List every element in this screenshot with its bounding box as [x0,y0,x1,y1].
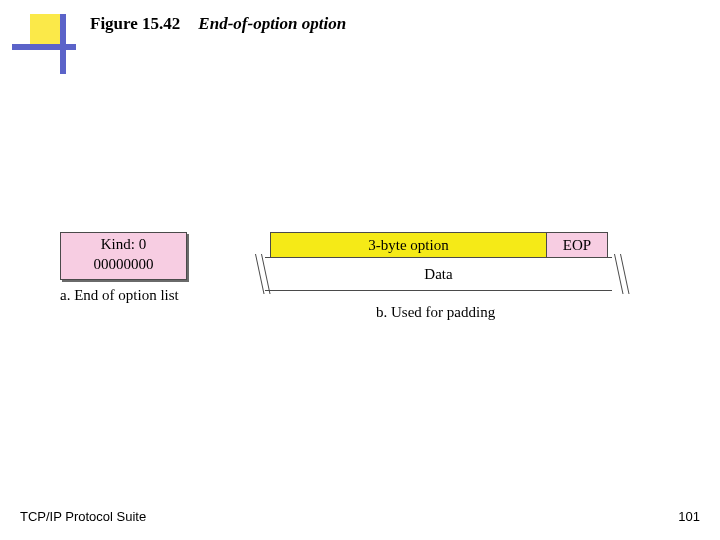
caption-a: a. End of option list [60,287,179,304]
figure-caption: End-of-option option [184,14,346,33]
data-band: Data [255,257,622,291]
footer-source: TCP/IP Protocol Suite [20,509,146,524]
kind-label: Kind: 0 [61,235,186,255]
slide-bullet-ornament [12,14,72,74]
eop-cell: EOP [547,233,607,257]
break-mark-right [612,254,624,294]
data-label: Data [424,266,452,282]
header-strip: 3-byte option EOP [270,232,608,258]
kind-bits: 00000000 [61,255,186,275]
break-mark-left [253,254,265,294]
option-cell: 3-byte option [271,233,547,257]
title-line: Figure 15.42 End-of-option option [90,14,346,34]
kind-box: Kind: 0 00000000 [60,232,187,280]
caption-b: b. Used for padding [376,304,495,321]
diagram: Kind: 0 00000000 a. End of option list 3… [60,232,670,352]
page-number: 101 [678,509,700,524]
figure-number: Figure 15.42 [90,14,180,33]
